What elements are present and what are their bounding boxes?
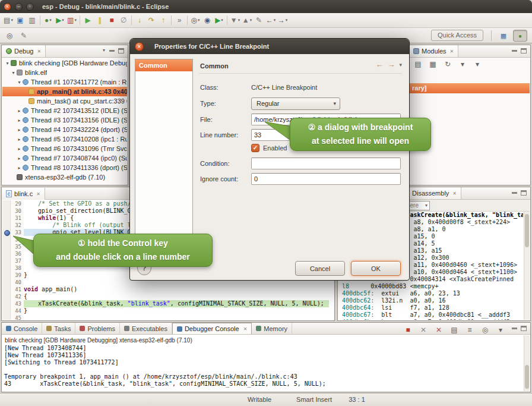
search-icon[interactable]: ◉ — [201, 14, 213, 26]
code-text[interactable]: void app_main() — [24, 286, 334, 293]
window-close-button[interactable] — [4, 3, 11, 11]
maximize-view-icon[interactable] — [521, 48, 527, 53]
debug-tree-row[interactable]: ▾blink.elf — [2, 68, 127, 77]
perspective-debug-button[interactable]: ● — [513, 30, 527, 42]
line-number[interactable]: 31 — [11, 215, 24, 222]
debug-tree-row[interactable]: ▸Thread #3 1073413156 (IDLE) (Susp — [2, 115, 127, 125]
ignore-count-input[interactable] — [251, 173, 401, 185]
tab-debugger-console[interactable]: Debugger Console — [172, 323, 252, 334]
step-over-icon[interactable]: ↷ — [145, 14, 157, 26]
expander-icon[interactable]: ▾ — [4, 61, 11, 66]
code-text[interactable] — [24, 314, 334, 320]
expander-icon[interactable]: ▸ — [16, 108, 23, 114]
debug-view-tab[interactable]: Debug — [2, 45, 46, 57]
next-annotation-icon[interactable]: ▼▾ — [229, 14, 241, 26]
line-number[interactable]: 29 — [11, 200, 24, 207]
expander-icon[interactable]: ▸ — [16, 146, 23, 152]
line-number[interactable]: 32 — [11, 222, 24, 229]
close-icon[interactable] — [450, 49, 454, 54]
quick-access-button[interactable]: Quick Access — [431, 30, 483, 41]
pin-console-icon[interactable]: ◎ — [479, 324, 491, 336]
remove-all-launches-icon[interactable]: ✕ — [433, 324, 445, 336]
perspective-java-button[interactable]: ▦ — [496, 30, 511, 42]
dialog-titlebar[interactable]: Properties for C/C++ Line Breakpoint — [130, 39, 409, 54]
window-maximize-button[interactable] — [26, 3, 34, 11]
expander-icon[interactable]: ▸ — [16, 118, 23, 123]
scrollbar-thumb[interactable] — [525, 365, 529, 389]
ok-button[interactable]: OK — [351, 261, 401, 276]
line-number[interactable]: 40 — [11, 279, 24, 286]
resume-icon[interactable]: ▶ — [82, 14, 94, 26]
debug-tree-row[interactable]: ▸Thread #6 1073431096 (Tmr Svc) (S — [2, 144, 127, 153]
maximize-view-icon[interactable] — [521, 326, 527, 331]
debug-tree-row[interactable]: ▸Thread #8 1073411336 (dport) (Sus — [2, 163, 127, 172]
disassembly-scrollbar[interactable] — [524, 212, 530, 320]
condition-input[interactable] — [251, 158, 401, 169]
type-dropdown[interactable]: Regular — [251, 97, 340, 110]
save-icon[interactable]: ▣ — [14, 14, 26, 26]
expander-icon[interactable]: ▸ — [16, 137, 23, 142]
mark-occurrences-icon[interactable]: ✎ — [18, 30, 30, 42]
line-number[interactable]: 41 — [11, 286, 24, 293]
back-icon[interactable]: ←▾ — [265, 14, 277, 26]
debug-tree-row[interactable]: ▸Thread #5 1073410208 (ipc1 : Runni — [2, 134, 127, 144]
view-menu-icon[interactable] — [399, 62, 402, 68]
maximize-view-icon[interactable] — [521, 190, 527, 196]
close-icon[interactable] — [452, 191, 457, 196]
expander-icon[interactable]: ▸ — [16, 156, 23, 161]
remove-launch-icon[interactable]: ✕ — [417, 324, 429, 336]
nav-item-common[interactable]: Common — [135, 59, 192, 71]
debug-tree-row[interactable]: ▸Thread #4 1073432224 (dport) (Sus — [2, 125, 127, 134]
tab-console[interactable]: Console — [2, 323, 42, 334]
debug-tree-row[interactable]: ▾blink checking [GDB Hardware Debug — [2, 58, 127, 68]
refresh-icon[interactable]: ↻ — [442, 58, 454, 70]
window-minimize-button[interactable] — [15, 3, 23, 11]
expander-icon[interactable]: ▸ — [16, 127, 23, 133]
debug-tree-row[interactable]: xtensa-esp32-elf-gdb (7.10) — [2, 172, 127, 182]
debug-tree-row[interactable]: ▸Thread #2 1073413512 (IDLE) (Susp — [2, 106, 127, 115]
display-selected-console-icon[interactable]: ▾ — [495, 324, 506, 336]
step-into-icon[interactable]: ↓ — [134, 14, 145, 26]
close-icon[interactable] — [243, 326, 248, 332]
suspend-icon[interactable]: ∥ — [94, 14, 106, 26]
coverage-icon[interactable]: ▥▾ — [66, 14, 78, 26]
console-scrollbar[interactable] — [524, 335, 530, 391]
minimize-view-icon[interactable] — [109, 50, 115, 52]
minimize-view-icon[interactable] — [512, 192, 517, 194]
view-menu-icon[interactable]: ▾ — [471, 58, 483, 70]
line-number[interactable]: 38 — [11, 265, 24, 272]
expander-icon[interactable]: ▸ — [16, 165, 23, 171]
scrollbar-thumb[interactable] — [525, 214, 529, 247]
step-return-icon[interactable]: ↑ — [157, 14, 169, 26]
code-text[interactable]: { — [24, 293, 334, 300]
minimize-view-icon[interactable] — [512, 328, 517, 329]
line-number[interactable]: 45 — [11, 314, 24, 320]
debug-tree-row[interactable]: ▸Thread #7 1073408744 (ipc0) (Susp — [2, 153, 127, 163]
line-number[interactable]: 42 — [11, 293, 24, 300]
disconnect-icon[interactable]: ∅ — [118, 14, 129, 26]
minimize-view-icon[interactable] — [512, 50, 517, 52]
debug-tree-row[interactable]: app_main() at blink.c:43 0x400dbc — [2, 87, 127, 96]
debug-tree-row[interactable]: ▾Thread #1 1073411772 (main : Runn — [2, 77, 127, 87]
cancel-button[interactable]: Cancel — [295, 261, 345, 276]
clear-console-icon[interactable]: ▤ — [448, 324, 460, 336]
tab-memory[interactable]: Memory — [252, 323, 292, 334]
dialog-close-button[interactable] — [135, 42, 144, 51]
expander-icon[interactable]: ▾ — [16, 80, 23, 85]
filter-icon[interactable]: ▾ — [457, 58, 468, 70]
forward-arrow-icon[interactable] — [387, 61, 395, 68]
expander-icon[interactable]: ▾ — [10, 70, 17, 75]
tab-problems[interactable]: Problems — [75, 323, 119, 334]
tab-tasks[interactable]: Tasks — [42, 323, 75, 334]
expand-all-icon[interactable]: ▦ — [427, 58, 439, 70]
debug-icon[interactable]: ●▾ — [42, 14, 54, 26]
external-tools-icon[interactable]: ▶▾ — [213, 14, 225, 26]
scroll-lock-icon[interactable]: ≡ — [464, 324, 476, 336]
line-number[interactable]: 30 — [11, 207, 24, 215]
run-icon[interactable]: ▶▾ — [54, 14, 66, 26]
code-text[interactable]: xTaskCreate(&blink_task, "blink_task", c… — [24, 300, 334, 307]
previous-annotation-icon[interactable]: ▲▾ — [241, 14, 253, 26]
line-number[interactable]: 39 — [11, 272, 24, 279]
instruction-stepping-icon[interactable]: » — [173, 14, 185, 26]
code-text[interactable]: } — [24, 307, 334, 314]
